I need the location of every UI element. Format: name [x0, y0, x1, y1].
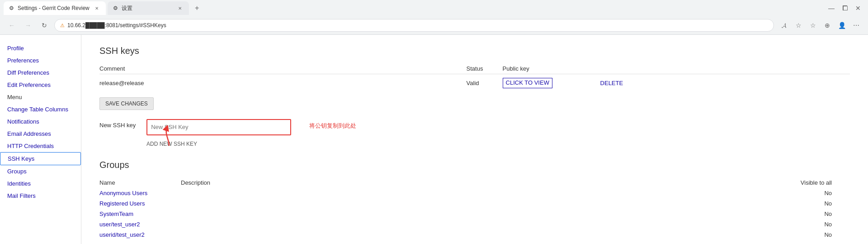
tab-favicon: ⚙	[9, 5, 14, 11]
group-row-registered: Registered Users No	[99, 198, 850, 209]
group-visible-anonymous: No	[316, 188, 850, 198]
group-link-userid-test-user2[interactable]: userid/test_user2	[99, 231, 145, 238]
group-desc-systemteam	[181, 209, 316, 219]
sidebar-item-diff-preferences[interactable]: Diff Preferences	[0, 67, 81, 79]
translate-icon[interactable]: 𝓐	[778, 19, 790, 32]
sidebar-item-menu[interactable]: Menu	[0, 91, 81, 103]
toolbar-icons: 𝓐 ☆ ☆ ⊕ 👤 ⋯	[778, 19, 863, 32]
group-link-systemteam[interactable]: SystemTeam	[99, 211, 133, 217]
sidebar-item-edit-preferences[interactable]: Edit Preferences	[0, 79, 81, 91]
groups-col-description: Description	[181, 177, 316, 188]
group-link-registered[interactable]: Registered Users	[99, 200, 145, 207]
back-button[interactable]: ←	[5, 19, 18, 32]
maximize-button[interactable]: ⧠	[842, 5, 848, 12]
sidebar-item-preferences[interactable]: Preferences	[0, 54, 81, 67]
profile-icon[interactable]: 👤	[835, 19, 848, 32]
ssh-key-row: release@release Valid CLICK TO VIEW DELE…	[99, 74, 850, 92]
sidebar-item-profile[interactable]: Profile	[0, 42, 81, 54]
extensions-icon[interactable]: ⊕	[821, 19, 834, 32]
ssh-keys-title: SSH keys	[99, 46, 850, 56]
refresh-button[interactable]: ↻	[38, 19, 51, 32]
annotation-arrow	[160, 125, 178, 148]
add-ssh-key-area: ADD NEW SSH KEY	[146, 139, 850, 149]
group-link-anonymous[interactable]: Anonymous Users	[99, 190, 147, 196]
forward-button[interactable]: →	[22, 19, 34, 32]
group-visible-user-test-user2: No	[316, 219, 850, 230]
page-layout: Profile Preferences Diff Preferences Edi…	[0, 35, 868, 244]
ssh-key-comment: release@release	[99, 74, 467, 92]
ssh-key-delete: DELETE	[593, 74, 850, 92]
groups-col-name: Name	[99, 177, 181, 188]
browser-chrome: ⚙ Settings - Gerrit Code Review ✕ ⚙ 设置 ✕…	[0, 0, 868, 35]
group-row-systemteam: SystemTeam No	[99, 209, 850, 219]
groups-col-visible: Visible to all	[316, 177, 850, 188]
sidebar-item-identities[interactable]: Identities	[0, 177, 81, 190]
tab-label-inactive: 设置	[122, 5, 173, 12]
group-desc-user-test-user2	[181, 219, 316, 230]
tab-label-active: Settings - Gerrit Code Review	[18, 5, 90, 11]
ssh-key-public-key: CLICK TO VIEW	[503, 74, 593, 92]
sidebar-item-http-credentials[interactable]: HTTP Credentials	[0, 140, 81, 152]
groups-title: Groups	[99, 160, 850, 170]
ssh-key-status: Valid	[467, 74, 503, 92]
group-visible-userid-test-user2: No	[316, 230, 850, 240]
sidebar-item-groups[interactable]: Groups	[0, 165, 81, 177]
group-row-userid-test-user2: userid/test_user2 No	[99, 230, 850, 240]
minimize-button[interactable]: —	[828, 5, 835, 12]
sidebar: Profile Preferences Diff Preferences Edi…	[0, 35, 81, 244]
sidebar-item-ssh-keys[interactable]: SSH Keys	[0, 152, 81, 165]
url-text: 10.66.2█████:8081/settings/#SSHKeys	[67, 22, 166, 29]
window-controls: — ⧠ ✕	[828, 5, 864, 12]
group-desc-anonymous	[181, 188, 316, 198]
tab-favicon-2: ⚙	[113, 5, 118, 11]
group-desc-registered	[181, 198, 316, 209]
groups-table: Name Description Visible to all Anonymou…	[99, 177, 850, 240]
group-visible-registered: No	[316, 198, 850, 209]
delete-key-button[interactable]: DELETE	[600, 80, 623, 86]
group-desc-userid-test-user2	[181, 230, 316, 240]
new-ssh-key-label: New SSH key	[99, 119, 136, 129]
new-tab-button[interactable]: +	[191, 2, 203, 14]
group-row-anonymous: Anonymous Users No	[99, 188, 850, 198]
group-row-user-test-user2: user/test_user2 No	[99, 219, 850, 230]
col-status: Status	[467, 63, 503, 74]
tab-close-active[interactable]: ✕	[93, 5, 100, 12]
group-visible-systemteam: No	[316, 209, 850, 219]
tab-bar: ⚙ Settings - Gerrit Code Review ✕ ⚙ 设置 ✕…	[0, 0, 868, 16]
paste-hint-text: 将公钥复制到此处	[309, 119, 356, 130]
tab-close-inactive[interactable]: ✕	[176, 5, 184, 12]
main-content: SSH keys Comment Status Public key relea…	[81, 35, 868, 244]
close-button[interactable]: ✕	[855, 5, 861, 12]
address-bar[interactable]: ⚠ 10.66.2█████:8081/settings/#SSHKeys	[54, 19, 774, 32]
group-link-user-test-user2[interactable]: user/test_user2	[99, 221, 140, 228]
favorites-icon[interactable]: ☆	[807, 19, 819, 32]
sidebar-item-notifications[interactable]: Notifications	[0, 115, 81, 128]
tab-inactive[interactable]: ⚙ 设置 ✕	[108, 1, 189, 15]
menu-icon[interactable]: ⋯	[850, 19, 863, 32]
address-bar-row: ← → ↻ ⚠ 10.66.2█████:8081/settings/#SSHK…	[0, 16, 868, 34]
save-changes-button[interactable]: SAVE CHANGES	[99, 97, 154, 110]
security-icon: ⚠	[60, 23, 65, 29]
col-actions	[593, 63, 850, 74]
new-ssh-key-row: New SSH key 将公钥复制到此处	[99, 119, 850, 135]
sidebar-item-mail-filters[interactable]: Mail Filters	[0, 190, 81, 202]
click-to-view-link[interactable]: CLICK TO VIEW	[503, 78, 552, 88]
col-public-key: Public key	[503, 63, 593, 74]
status-valid-label: Valid	[467, 80, 479, 86]
sidebar-item-email-addresses[interactable]: Email Addresses	[0, 128, 81, 140]
tab-active[interactable]: ⚙ Settings - Gerrit Code Review ✕	[4, 1, 106, 15]
ssh-keys-table: Comment Status Public key release@releas…	[99, 63, 850, 92]
bookmark-icon[interactable]: ☆	[792, 19, 805, 32]
sidebar-item-change-table-columns[interactable]: Change Table Columns	[0, 103, 81, 115]
col-comment: Comment	[99, 63, 467, 74]
